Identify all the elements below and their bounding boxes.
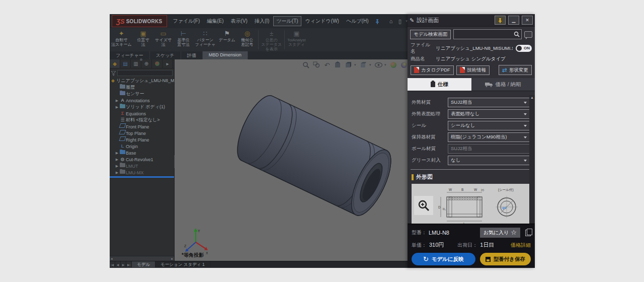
property-manager-icon[interactable]: ▤: [120, 59, 131, 68]
hide-show-items-icon[interactable]: [374, 60, 383, 69]
outer-material-select[interactable]: SUJ2相当: [448, 98, 530, 107]
tree-item-equations[interactable]: ΣEquations: [115, 110, 174, 117]
auto-dimension-scheme-button[interactable]: ✦自動寸 法スキーム: [110, 28, 133, 51]
tree-item-lmu-mx[interactable]: ▶LMU-MX: [115, 169, 174, 176]
save-with-partno-button[interactable]: 型番付き保存: [480, 253, 531, 265]
drawing-zoom-button[interactable]: [414, 196, 433, 215]
model-search-button[interactable]: モデル検索画面: [410, 30, 451, 39]
tree-item-top-plane[interactable]: Top Plane: [115, 130, 174, 136]
feature-manager-icon[interactable]: ◆: [110, 59, 120, 68]
copy-icon[interactable]: [525, 230, 531, 236]
favorite-button[interactable]: お気に入り☆: [480, 228, 520, 238]
product-name-label: 商品名: [411, 56, 433, 62]
datum-location-dimension-button[interactable]: ⊢基準位 置寸法: [174, 28, 194, 51]
comment-bubble-icon[interactable]: [524, 31, 532, 38]
geometric-tolerance-icon: ◎: [245, 30, 250, 38]
catalog-pdf-button[interactable]: カタログPDF: [411, 65, 454, 75]
panel-close-button[interactable]: ✕: [522, 16, 533, 25]
model-search-input[interactable]: [453, 29, 522, 39]
configuration-manager-icon[interactable]: ▥: [131, 59, 141, 68]
apply-to-model-button[interactable]: ↻モデルに反映: [412, 253, 475, 265]
tree-item-base[interactable]: ▶Base: [115, 150, 174, 156]
form-scrollbar[interactable]: ▲ ▼: [529, 95, 535, 238]
tab-sketch[interactable]: スケッチ: [150, 51, 181, 59]
tree-item-right-plane[interactable]: Right Plane: [115, 136, 174, 143]
footer-buttons-row: ↻モデルに反映 型番付き保存: [412, 253, 531, 265]
display-style-caret-icon[interactable]: ▾: [369, 63, 372, 67]
panel-pin-button[interactable]: [495, 16, 506, 25]
tab-mbd-dimension[interactable]: MBD Dimension: [203, 51, 248, 59]
hide-show-caret-icon[interactable]: ▾: [384, 63, 387, 67]
scroll-left-arrow-icon[interactable]: ◂: [111, 257, 113, 261]
tree-item-front-plane[interactable]: Front Plane: [115, 123, 174, 130]
magnifier-plus-icon: [418, 199, 430, 212]
tree-item-cut-revolve[interactable]: ▶◍Cut-Revolve1: [115, 156, 174, 163]
dim-w2: W: [474, 188, 477, 191]
change-shape-button[interactable]: ⇄形状変更: [499, 65, 532, 75]
display-manager-icon[interactable]: [152, 59, 163, 68]
tree-horizontal-scrollbar[interactable]: ◂ ▸: [110, 256, 174, 261]
tree-item-annotations[interactable]: ▶AAnnotations: [115, 97, 174, 104]
misumi-design-panel: ✎ 設計画面 ▁ ✕ モデル検索画面 ファイル名 リニアブッシュ_LMU-N8_…: [408, 14, 535, 268]
menubar-pin-icon[interactable]: [375, 19, 380, 24]
tree-collapse-handle[interactable]: [140, 58, 142, 61]
tab-features[interactable]: フィーチャー: [110, 51, 150, 59]
tab-spec[interactable]: 仕様: [408, 78, 471, 91]
dimxpert-manager-icon[interactable]: ⊕: [141, 59, 152, 68]
surface-treatment-select[interactable]: 表面処理なし: [448, 109, 530, 119]
panel-tabs: 仕様 価格 / 納期: [408, 78, 535, 91]
on-toggle[interactable]: ON: [516, 45, 532, 52]
menu-tools[interactable]: ツール(T): [273, 16, 301, 26]
menu-edit[interactable]: 編集(E): [204, 16, 226, 26]
geometric-tolerance-button[interactable]: ◎幾何公 差記号: [237, 28, 257, 51]
edit-appearance-icon[interactable]: [389, 60, 398, 69]
tree-item-solid-bodies[interactable]: ▶ソリッド ボディ(1): [115, 104, 174, 110]
menu-view[interactable]: 表示(V): [228, 16, 251, 26]
tree-item-material[interactable]: ☰材料 <指定なし>: [115, 117, 174, 123]
linear-bushing-model[interactable]: [224, 87, 405, 228]
tab-price-delivery[interactable]: 価格 / 納期: [471, 78, 535, 91]
grease-select[interactable]: なし: [448, 156, 530, 165]
tree-expand-arrow-icon[interactable]: ▸: [163, 59, 173, 68]
retainer-material-select[interactable]: 樹脂(ジュラコンM90相当): [448, 132, 530, 142]
rollback-bar[interactable]: [110, 176, 174, 178]
previous-view-icon[interactable]: ↶: [323, 60, 332, 69]
price-row: 単価： 310円 出荷日： 1日目 価格詳細: [412, 241, 531, 249]
section-view-icon[interactable]: [333, 60, 342, 69]
new-document-icon[interactable]: ▯: [396, 17, 405, 26]
origin-icon: L: [119, 143, 126, 150]
view-orientation-caret-icon[interactable]: ▾: [354, 63, 357, 67]
price-detail-link[interactable]: 価格詳細: [511, 242, 531, 249]
zoom-fit-icon[interactable]: [301, 60, 310, 69]
outline-section-header: 外形図: [412, 173, 531, 181]
chevron-down-icon: [524, 125, 527, 127]
cut-revolve-icon: ◍: [119, 156, 126, 163]
tree-item-origin[interactable]: LOrigin: [115, 143, 174, 150]
pattern-feature-button[interactable]: ∷パターン フィーチャ: [194, 28, 217, 51]
scroll-up-arrow-icon[interactable]: ▲: [530, 96, 534, 99]
location-dimension-button[interactable]: ▣位置寸 法: [133, 28, 153, 51]
menu-file[interactable]: ファイル(F): [170, 16, 203, 26]
tree-filter-input[interactable]: [117, 70, 173, 76]
chevron-down-icon: [524, 102, 527, 104]
menu-insert[interactable]: 挿入(I): [252, 16, 272, 26]
menu-help[interactable]: ヘルプ(H): [343, 16, 372, 26]
pdf-icon: [460, 67, 465, 73]
size-dimension-button[interactable]: ▭サイズ寸 法: [153, 28, 174, 51]
tree-item-sensors[interactable]: センサー: [115, 91, 174, 97]
scroll-right-arrow-icon[interactable]: ▸: [171, 257, 173, 261]
tree-root-item[interactable]: ◆ リニアブッシュ_LMU-N8_MISUMI (Default<: [110, 78, 174, 84]
seal-select[interactable]: シールなし: [448, 121, 530, 130]
view-orientation-icon[interactable]: [344, 60, 353, 69]
tech-info-button[interactable]: 技術情報: [456, 65, 490, 75]
home-icon[interactable]: ⌂: [387, 17, 395, 26]
tree-item-lmut[interactable]: ▶LMUT: [115, 163, 174, 169]
datum-button[interactable]: ⚑データム: [217, 28, 237, 51]
tree-item-history[interactable]: 履歴: [115, 84, 174, 91]
menu-window[interactable]: ウィンドウ(W): [302, 16, 342, 26]
zoom-area-icon[interactable]: [312, 60, 321, 69]
display-style-icon[interactable]: [359, 60, 368, 69]
tab-evaluate[interactable]: 評価: [181, 51, 203, 59]
panel-minimize-button[interactable]: ▁: [508, 16, 519, 25]
pdf-icon: [414, 67, 419, 73]
